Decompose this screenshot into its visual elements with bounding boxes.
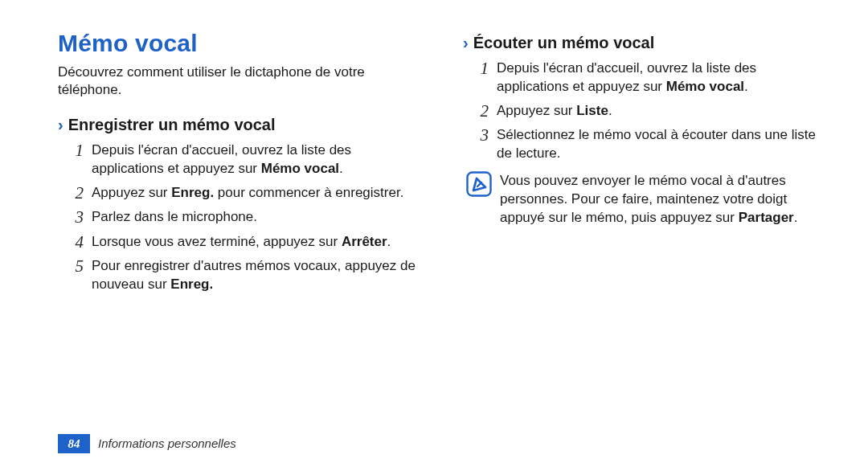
note-block: Vous pouvez envoyer le mémo vocal à d'au… — [466, 171, 823, 227]
note-post: . — [794, 210, 798, 225]
step-text: Appuyez sur Liste. — [497, 101, 823, 121]
step-number: 3 — [66, 207, 84, 227]
subhead-record-label: Enregistrer un mémo vocal — [68, 114, 276, 136]
step-record-3: 3 Parlez dans le microphone. — [66, 207, 418, 227]
step-number: 4 — [66, 232, 84, 252]
step-post: . — [339, 161, 343, 176]
step-pre: Lorsque vous avez terminé, appuyez sur — [92, 234, 342, 249]
steps-record: 1 Depuis l'écran d'accueil, ouvrez la li… — [58, 141, 418, 293]
step-listen-2: 2 Appuyez sur Liste. — [471, 101, 823, 121]
step-text: Pour enregistrer d'autres mémos vocaux, … — [92, 256, 418, 294]
step-number: 1 — [471, 59, 489, 96]
step-record-4: 4 Lorsque vous avez terminé, appuyez sur… — [66, 232, 418, 252]
step-post: pour commencer à enregistrer. — [214, 185, 403, 200]
step-post: . — [387, 234, 391, 249]
step-pre: Appuyez sur — [92, 185, 171, 200]
subhead-record: › Enregistrer un mémo vocal — [58, 114, 418, 136]
step-text: Sélectionnez le mémo vocal à écouter dan… — [497, 125, 823, 163]
page-footer: 84 Informations personnelles — [58, 434, 236, 453]
step-bold: Enreg. — [171, 185, 214, 200]
step-record-1: 1 Depuis l'écran d'accueil, ouvrez la li… — [66, 141, 418, 178]
step-number: 1 — [66, 141, 84, 178]
step-post: . — [608, 103, 612, 118]
subhead-listen-label: Écouter un mémo vocal — [473, 32, 655, 54]
chevron-icon: › — [58, 114, 63, 136]
step-bold: Mémo vocal — [666, 79, 744, 94]
note-bold: Partager — [739, 210, 794, 225]
step-bold: Enreg. — [170, 276, 213, 292]
steps-listen: 1 Depuis l'écran d'accueil, ouvrez la li… — [463, 59, 823, 163]
step-listen-3: 3 Sélectionnez le mémo vocal à écouter d… — [471, 125, 823, 163]
step-number: 5 — [66, 256, 84, 294]
step-pre: Sélectionnez le mémo vocal à écouter dan… — [497, 127, 816, 161]
note-icon — [466, 171, 492, 197]
step-pre: Parlez dans le microphone. — [92, 209, 257, 224]
step-post: . — [744, 79, 748, 94]
step-number: 2 — [471, 101, 489, 121]
step-bold: Arrêter — [342, 234, 387, 249]
intro-text: Découvrez comment utiliser le dictaphone… — [58, 63, 418, 100]
step-number: 2 — [66, 183, 84, 203]
step-number: 3 — [471, 125, 489, 163]
column-left: Mémo vocal Découvrez comment utiliser le… — [58, 27, 440, 471]
page-number: 84 — [58, 434, 90, 453]
step-pre: Pour enregistrer d'autres mémos vocaux, … — [92, 258, 416, 292]
step-text: Parlez dans le microphone. — [92, 207, 418, 227]
step-text: Depuis l'écran d'accueil, ouvrez la list… — [497, 59, 823, 96]
step-bold: Liste — [576, 103, 608, 118]
subhead-listen: › Écouter un mémo vocal — [463, 32, 823, 54]
page: Mémo vocal Découvrez comment utiliser le… — [0, 0, 868, 471]
step-pre: Appuyez sur — [497, 103, 576, 118]
page-title: Mémo vocal — [58, 27, 418, 60]
step-text: Lorsque vous avez terminé, appuyez sur A… — [92, 232, 418, 252]
step-bold: Mémo vocal — [261, 161, 339, 176]
note-text: Vous pouvez envoyer le mémo vocal à d'au… — [500, 171, 823, 227]
footer-text: Informations personnelles — [98, 436, 236, 452]
step-record-2: 2 Appuyez sur Enreg. pour commencer à en… — [66, 183, 418, 203]
step-record-5: 5 Pour enregistrer d'autres mémos vocaux… — [66, 256, 418, 294]
step-listen-1: 1 Depuis l'écran d'accueil, ouvrez la li… — [471, 59, 823, 96]
column-right: › Écouter un mémo vocal 1 Depuis l'écran… — [440, 27, 823, 471]
step-text: Appuyez sur Enreg. pour commencer à enre… — [92, 183, 418, 203]
step-text: Depuis l'écran d'accueil, ouvrez la list… — [92, 141, 418, 178]
chevron-icon: › — [463, 32, 469, 54]
